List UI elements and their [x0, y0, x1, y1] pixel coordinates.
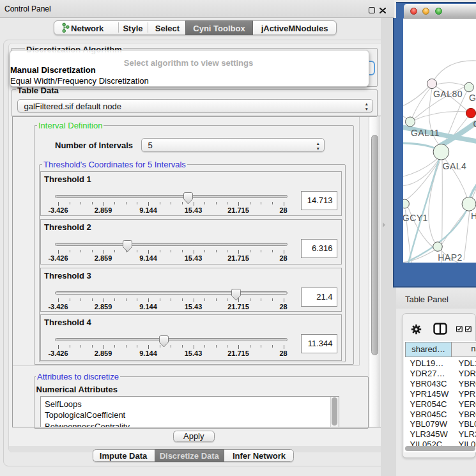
svg-text:GAL11: GAL11: [410, 128, 439, 138]
svg-text:H: H: [471, 211, 476, 221]
svg-text:GAL: GAL: [469, 92, 476, 102]
svg-text:GCY1: GCY1: [403, 213, 428, 223]
svg-text:HAP2: HAP2: [438, 252, 463, 262]
svg-text:GAL4: GAL4: [442, 160, 466, 171]
svg-text:GAL80: GAL80: [433, 88, 462, 98]
svg-text:CD: CD: [473, 118, 476, 128]
